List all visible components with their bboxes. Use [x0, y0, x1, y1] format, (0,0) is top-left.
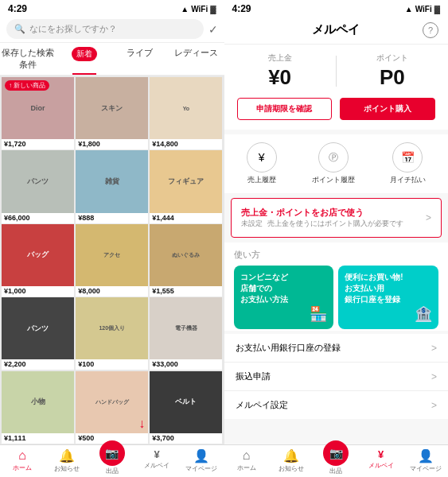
nav-mypage-right[interactable]: 👤 マイページ: [403, 448, 448, 475]
product-price-p7: ¥1,000: [2, 286, 74, 297]
status-bar-right: 4:29 ▲ WiFi ▓: [224, 0, 449, 16]
transfer-label: 振込申請: [236, 370, 271, 382]
product-image-p6: フィギュア: [150, 150, 222, 212]
product-price-p8: ¥8,000: [76, 286, 148, 297]
product-card-p10[interactable]: パンツ ¥2,200: [2, 297, 74, 370]
product-card-p2[interactable]: スキン ¥1,800: [76, 77, 148, 149]
product-card-p14[interactable]: ハンドバッグ ↓ ¥500: [76, 371, 148, 444]
quick-monthly[interactable]: 📅 月イチ払い: [390, 142, 426, 185]
list-item-transfer[interactable]: 振込申請 >: [224, 363, 449, 391]
search-placeholder: なにをお探しですか？: [29, 23, 117, 35]
store-use-arrow-icon: >: [426, 212, 431, 223]
right-phone: 4:29 ▲ WiFi ▓ メルペイ ? 売上金 ¥0 ポイント P0: [224, 0, 449, 477]
bank-register-arrow: >: [431, 343, 437, 354]
product-price-p15: ¥3,700: [150, 433, 222, 444]
product-price-p2: ¥1,800: [76, 139, 148, 149]
usage-card-bank[interactable]: 便利にお買い物!お支払い用銀行口座を登録 🏦: [338, 266, 438, 329]
product-image-p15: ベルト: [150, 371, 222, 433]
quick-points-history[interactable]: Ⓟ ポイント履歴: [312, 142, 355, 185]
product-image-p10: パンツ: [2, 297, 74, 359]
balance-points: ポイント P0: [349, 52, 435, 90]
nav-mypage-left[interactable]: 👤 マイページ: [179, 448, 224, 475]
nav-camera-right[interactable]: 📷 出品: [314, 448, 358, 475]
points-history-label: ポイント履歴: [312, 175, 355, 185]
yen-icon: ¥: [259, 151, 265, 164]
quick-sales-history[interactable]: ¥ 売上履歴: [247, 142, 277, 185]
transfer-arrow: >: [431, 371, 437, 382]
home-label-left: ホーム: [13, 463, 32, 472]
list-item-settings[interactable]: メルペイ設定 >: [224, 391, 449, 419]
nav-home-left[interactable]: ⌂ ホーム: [0, 448, 45, 475]
nav-home-right[interactable]: ⌂ ホーム: [224, 448, 269, 475]
tab-new[interactable]: 新着: [56, 43, 111, 75]
tab-ladies-label: レディース: [174, 48, 218, 57]
product-card-p3[interactable]: Yo ¥14,800: [150, 77, 222, 149]
product-card-p1[interactable]: Dior ↑ 新しい商品 ¥1,720: [2, 77, 74, 149]
tab-live[interactable]: ライブ: [112, 43, 168, 75]
list-item-bank-register[interactable]: お支払い用銀行口座の登録 >: [224, 334, 449, 363]
balance-sales: 売上金 ¥0: [237, 52, 323, 90]
tab-ladies[interactable]: レディース: [168, 43, 224, 75]
nav-camera-left[interactable]: 📷 出品: [90, 448, 134, 475]
product-card-p9[interactable]: ぬいぐるみ ¥1,555: [150, 224, 222, 297]
notice-label-left: お知らせ: [54, 464, 80, 473]
merpay-label-right: メルペイ: [368, 461, 394, 470]
tabs-row: 保存した検索条件 新着 ライブ レディース: [0, 43, 224, 76]
convenience-title: コンビニなど店舗でのお支払い方法: [240, 272, 328, 305]
bank-title: 便利にお買い物!お支払い用銀行口座を登録: [345, 272, 432, 305]
check-icon[interactable]: ✓: [208, 23, 218, 36]
nav-notice-right[interactable]: 🔔 お知らせ: [269, 448, 314, 475]
mypage-label-left: マイページ: [185, 464, 217, 473]
balance-divider: [336, 56, 337, 87]
product-card-p4[interactable]: パンツ ¥66,000: [2, 150, 74, 223]
product-image-p12: 電子機器: [150, 297, 222, 359]
sales-label: 売上金: [268, 52, 292, 64]
status-bar-left: 4:29 ▲ WiFi ▓: [0, 0, 224, 16]
product-image-p11: 120個入り: [76, 297, 148, 359]
product-card-p11[interactable]: 120個入り ¥100: [76, 297, 148, 370]
notice-icon-right: 🔔: [283, 448, 299, 463]
quick-icons: ¥ 売上履歴 Ⓟ ポイント履歴 📅 月イチ払い: [224, 134, 449, 193]
tab-save[interactable]: 保存した検索条件: [0, 43, 56, 75]
sales-amount: ¥0: [268, 65, 291, 90]
arrow-indicator: ↓: [138, 417, 145, 431]
status-icons-right: ▲ WiFi ▓: [405, 5, 440, 14]
buy-points-button[interactable]: ポイント購入: [340, 98, 435, 120]
nav-merpay-left[interactable]: ¥ メルペイ: [134, 448, 179, 475]
camera-icon-left: 📷: [105, 447, 119, 460]
usage-section: 使い方 コンビニなど店舗でのお支払い方法 🏪 便利にお買い物!お支払い用銀行口座…: [224, 242, 449, 331]
home-icon-right: ⌂: [243, 448, 251, 463]
nav-notice-left[interactable]: 🔔 お知らせ: [45, 448, 89, 475]
product-price-p10: ¥2,200: [2, 359, 74, 370]
product-card-p6[interactable]: フィギュア ¥1,444: [150, 150, 222, 223]
usage-card-convenience[interactable]: コンビニなど店舗でのお支払い方法 🏪: [234, 266, 334, 329]
search-bar: 🔍 なにをお探しですか？ ✓: [0, 16, 224, 43]
product-card-p12[interactable]: 電子機器 ¥33,000: [150, 297, 222, 370]
product-image-p7: バッグ: [2, 224, 74, 286]
product-image-p14: ハンドバッグ: [76, 371, 148, 433]
time-right: 4:29: [232, 3, 251, 14]
product-card-p7[interactable]: バッグ ¥1,000: [2, 224, 74, 297]
nav-merpay-right[interactable]: ¥ メルペイ: [358, 448, 403, 475]
not-set-label: 未設定: [241, 219, 263, 229]
points-label: ポイント: [376, 52, 408, 64]
points-history-icon-circle: Ⓟ: [318, 142, 349, 173]
product-card-p5[interactable]: 雑貨 ¥888: [76, 150, 148, 223]
help-button[interactable]: ?: [423, 22, 438, 38]
product-price-p4: ¥66,000: [2, 213, 74, 223]
merpay-header: メルペイ ?: [224, 16, 449, 45]
product-card-p15[interactable]: ベルト ¥3,700: [150, 371, 222, 444]
product-card-p13[interactable]: 小物 ¥1,111: [2, 371, 74, 444]
mypage-label-right: マイページ: [410, 464, 442, 473]
mypage-icon-left: 👤: [193, 448, 209, 463]
bank-icon: 🏦: [415, 305, 432, 323]
product-image-p8: アクセ: [76, 224, 148, 286]
apply-button[interactable]: 申請期限を確認: [237, 98, 333, 120]
store-use-banner[interactable]: 売上金・ポイントをお店で使う 未設定 売上金を使うにはポイント購入が必要です >: [231, 198, 442, 238]
search-input-area[interactable]: 🔍 なにをお探しですか？: [6, 19, 204, 39]
merpay-title: メルペイ: [312, 22, 360, 37]
camera-label-right: 出品: [329, 467, 342, 475]
store-use-sub: 売上金を使うにはポイント購入が必要です: [267, 219, 403, 229]
product-card-p8[interactable]: アクセ ¥8,000: [76, 224, 148, 297]
camera-icon-right: 📷: [329, 447, 343, 460]
